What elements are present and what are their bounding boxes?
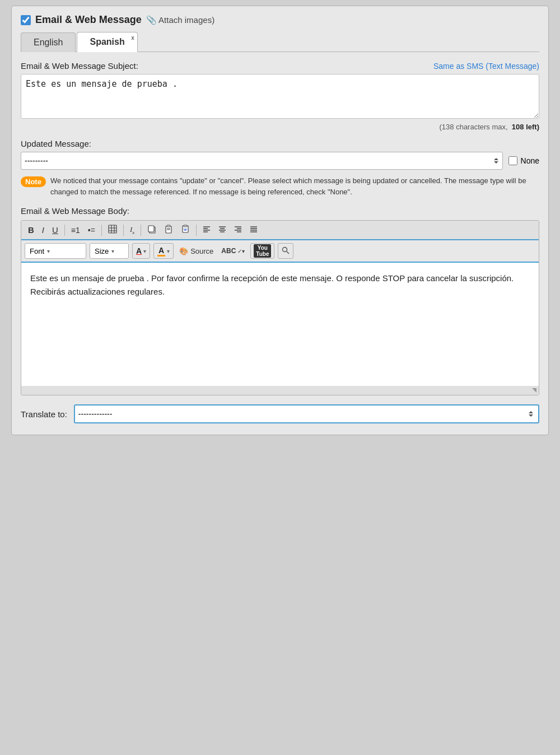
none-checkbox[interactable] <box>508 156 517 165</box>
char-count: (138 characters max, 108 left) <box>21 123 539 131</box>
note-text: We noticed that your message contains "u… <box>50 175 539 197</box>
toolbar-sep-2 <box>101 225 102 236</box>
spell-check-mark-icon: ✓▾ <box>237 248 245 254</box>
size-dropdown[interactable]: Size ▾ <box>90 243 129 259</box>
editor-content[interactable]: Este es un mensaje de prueba . Por favor… <box>21 263 539 386</box>
font-color-icon: A <box>136 246 142 255</box>
font-dropdown[interactable]: Font ▾ <box>25 243 86 259</box>
paperclip-icon: 📎 <box>146 15 157 25</box>
copy-icon <box>147 225 156 235</box>
resize-triangle-icon <box>532 388 536 393</box>
bg-color-arrow: ▾ <box>167 248 170 254</box>
align-left-button[interactable] <box>199 223 214 236</box>
underline-button[interactable]: U <box>49 223 62 236</box>
italic-button[interactable]: I <box>39 223 48 236</box>
align-right-button[interactable] <box>231 223 245 236</box>
toolbar-row1: B I U ≡1 •= <box>21 221 539 240</box>
svg-rect-6 <box>148 226 154 232</box>
unordered-list-icon: •= <box>88 226 95 235</box>
editor-container: B I U ≡1 •= <box>21 220 539 395</box>
email-web-message-checkbox[interactable] <box>21 15 31 25</box>
svg-rect-0 <box>109 225 116 233</box>
editor-text: Este es un mensaje de prueba . Por favor… <box>30 273 514 296</box>
tab-english[interactable]: English <box>21 32 76 52</box>
char-left: 108 left) <box>512 123 539 131</box>
font-color-button[interactable]: A ▾ <box>132 243 150 259</box>
spell-check-button[interactable]: ABC ✓▾ <box>219 246 247 256</box>
size-dropdown-label: Size <box>95 247 109 255</box>
find-replace-button[interactable] <box>278 243 293 259</box>
svg-text:W: W <box>184 228 187 231</box>
note-box: Note We noticed that your message contai… <box>21 175 539 197</box>
tab-close-icon[interactable]: x <box>131 35 134 41</box>
font-dropdown-arrow: ▾ <box>47 248 50 254</box>
tab-spanish[interactable]: Spanish x <box>77 32 137 52</box>
align-center-icon <box>218 225 226 235</box>
bold-button[interactable]: B <box>25 223 38 236</box>
subject-label: Email & Web Message Subject: <box>21 61 138 71</box>
subject-label-row: Email & Web Message Subject: Same as SMS… <box>21 61 539 71</box>
none-checkbox-row: None <box>508 156 539 165</box>
same-as-sms-link[interactable]: Same as SMS (Text Message) <box>433 62 539 71</box>
align-left-icon <box>203 225 211 235</box>
tab-english-label: English <box>34 38 63 47</box>
editor-resize-handle <box>21 386 539 395</box>
updated-message-select[interactable]: --------- <box>21 152 503 170</box>
body-label: Email & Web Message Body: <box>21 206 539 216</box>
bg-color-button[interactable]: A ▾ <box>153 243 174 259</box>
align-center-button[interactable] <box>215 223 230 236</box>
source-paint-icon: 🎨 <box>179 247 188 255</box>
svg-rect-12 <box>184 225 187 227</box>
table-icon <box>108 225 117 235</box>
toolbar-sep-3 <box>123 225 124 236</box>
email-web-message-panel: Email & Web Message 📎 Attach images) Eng… <box>11 6 549 435</box>
language-tabs: English Spanish x <box>21 31 539 52</box>
paste-word-button[interactable]: W <box>178 223 193 237</box>
source-button[interactable]: 🎨 Source <box>177 246 216 257</box>
unordered-list-button[interactable]: •= <box>85 224 99 236</box>
attach-label: 📎 Attach images) <box>146 15 214 25</box>
toolbar-sep-5 <box>196 225 197 236</box>
table-button[interactable] <box>105 223 120 237</box>
translate-label: Translate to: <box>21 409 67 419</box>
updated-message-row: --------- None <box>21 152 539 170</box>
svg-point-30 <box>283 247 287 251</box>
note-badge: Note <box>21 176 46 187</box>
panel-title: Email & Web Message <box>35 14 142 26</box>
paste-text-icon <box>164 225 173 235</box>
clear-format-button[interactable]: Ix <box>127 223 138 237</box>
bg-color-icon: A <box>157 246 165 257</box>
font-color-arrow: ▾ <box>143 248 146 254</box>
ordered-list-button[interactable]: ≡1 <box>68 224 83 236</box>
translate-row: Translate to: ------------- <box>21 404 539 423</box>
translate-select[interactable]: ------------- <box>74 404 539 423</box>
toolbar-sep-1 <box>64 225 65 236</box>
copy-button[interactable] <box>144 223 160 237</box>
youtube-icon: YouTube <box>254 244 271 258</box>
char-info: (138 characters max, <box>440 123 508 131</box>
justify-button[interactable] <box>246 223 261 236</box>
paste-text-button[interactable] <box>161 223 176 237</box>
toolbar-row2: Font ▾ Size ▾ A ▾ A ▾ 🎨 Source <box>21 240 539 263</box>
attach-text: Attach images) <box>158 15 214 25</box>
find-replace-icon <box>282 246 290 256</box>
source-label: Source <box>190 247 213 255</box>
subject-textarea[interactable]: Este es un mensaje de prueba . <box>21 74 539 119</box>
updated-message-label: Updated Message: <box>21 139 539 148</box>
tab-spanish-label: Spanish <box>90 37 124 46</box>
font-dropdown-label: Font <box>30 247 44 255</box>
svg-line-31 <box>287 251 290 254</box>
svg-rect-8 <box>167 225 170 227</box>
header-row: Email & Web Message 📎 Attach images) <box>21 14 539 26</box>
align-right-icon <box>234 225 242 235</box>
ordered-list-icon: ≡1 <box>71 226 80 235</box>
justify-icon <box>250 225 258 235</box>
paste-word-icon: W <box>181 225 190 235</box>
spell-icon: ABC <box>221 247 236 255</box>
youtube-button[interactable]: YouTube <box>250 243 274 259</box>
toolbar-sep-4 <box>141 225 141 236</box>
none-label: None <box>521 156 539 165</box>
size-dropdown-arrow: ▾ <box>111 248 114 254</box>
clear-format-icon: Ix <box>130 225 134 235</box>
